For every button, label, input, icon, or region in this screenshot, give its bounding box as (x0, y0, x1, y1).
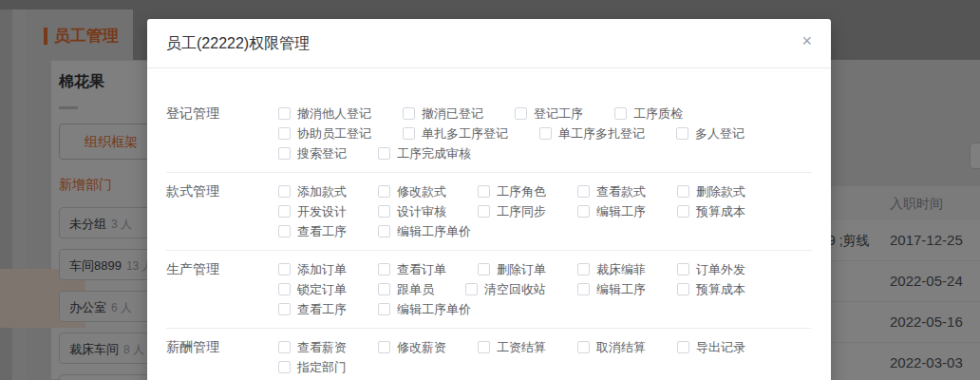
checkbox-icon[interactable] (614, 107, 627, 120)
permission-item[interactable]: 协助员工登记 (278, 125, 371, 142)
checkbox-icon[interactable] (278, 283, 291, 295)
permission-item[interactable]: 编辑工序 (577, 203, 646, 220)
permission-item[interactable]: 工序完成审核 (378, 145, 471, 162)
checkbox-icon[interactable] (577, 185, 590, 198)
checkbox-icon[interactable] (278, 107, 291, 120)
checkbox-icon[interactable] (577, 263, 590, 276)
permission-item[interactable]: 编辑工序单价 (378, 301, 471, 318)
permission-item[interactable]: 订单外发 (677, 261, 745, 278)
permission-item[interactable]: 裁床编菲 (577, 261, 646, 278)
checkbox-icon[interactable] (278, 341, 291, 353)
checkbox-icon[interactable] (478, 263, 490, 276)
checkbox-icon[interactable] (403, 127, 415, 140)
permission-row: 查看薪资修改薪资工资结算取消结算导出记录 (278, 337, 812, 357)
checkbox-icon[interactable] (378, 147, 390, 160)
permission-item[interactable]: 开发设计 (278, 203, 347, 220)
checkbox-icon[interactable] (515, 107, 527, 120)
checkbox-icon[interactable] (278, 263, 291, 276)
checkbox-icon[interactable] (677, 263, 689, 276)
checkbox-icon[interactable] (378, 205, 390, 218)
permission-item[interactable]: 添加款式 (278, 183, 347, 200)
permission-item[interactable]: 工序同步 (478, 203, 546, 220)
permission-item[interactable]: 跟单员 (378, 281, 434, 298)
permission-item[interactable]: 导出记录 (677, 339, 745, 356)
checkbox-icon[interactable] (403, 107, 415, 120)
permission-item[interactable]: 查看工序 (278, 223, 347, 240)
permission-item-label: 订单外发 (696, 261, 745, 278)
checkbox-icon[interactable] (278, 205, 291, 218)
permission-item[interactable]: 预算成本 (677, 203, 745, 220)
permission-item[interactable]: 工序角色 (478, 183, 546, 200)
checkbox-icon[interactable] (677, 341, 689, 353)
checkbox-icon[interactable] (378, 283, 390, 295)
permission-item[interactable]: 搜索登记 (278, 145, 347, 162)
checkbox-icon[interactable] (577, 283, 590, 295)
permission-item[interactable]: 工序质检 (614, 105, 683, 123)
permission-item[interactable]: 编辑工序 (577, 281, 646, 298)
permission-section-label: 薪酬管理 (166, 337, 278, 377)
checkbox-icon[interactable] (278, 185, 291, 198)
permission-item-label: 登记工序 (534, 105, 583, 123)
permission-item-label: 预算成本 (696, 203, 745, 220)
permission-section-label: 登记管理 (166, 104, 278, 163)
permission-item[interactable]: 多人登记 (676, 125, 744, 142)
checkbox-icon[interactable] (378, 263, 390, 276)
checkbox-icon[interactable] (278, 127, 291, 140)
permission-item[interactable]: 删除款式 (677, 183, 745, 200)
permission-item[interactable]: 单扎多工序登记 (403, 125, 508, 142)
checkbox-icon[interactable] (676, 127, 688, 140)
permission-item[interactable]: 预算成本 (677, 281, 745, 298)
permission-item[interactable]: 查看订单 (378, 261, 446, 278)
checkbox-icon[interactable] (278, 361, 291, 373)
permission-item[interactable]: 登记工序 (515, 105, 583, 123)
close-icon[interactable]: × (801, 32, 812, 49)
permission-item[interactable]: 查看款式 (577, 183, 646, 200)
permission-item-label: 裁床编菲 (596, 261, 646, 278)
checkbox-icon[interactable] (539, 127, 552, 140)
checkbox-icon[interactable] (478, 341, 490, 353)
permission-item-label: 编辑工序 (596, 281, 646, 298)
checkbox-icon[interactable] (465, 283, 478, 295)
checkbox-icon[interactable] (677, 283, 689, 295)
checkbox-icon[interactable] (478, 205, 490, 218)
permission-item[interactable]: 删除订单 (478, 261, 546, 278)
checkbox-icon[interactable] (278, 225, 291, 238)
checkbox-icon[interactable] (677, 205, 689, 218)
permission-item-label: 编辑工序单价 (397, 223, 471, 240)
checkbox-icon[interactable] (378, 303, 390, 315)
permission-section: 薪酬管理查看薪资修改薪资工资结算取消结算导出记录指定部门 (166, 329, 812, 380)
permission-item-label: 编辑工序 (596, 203, 646, 220)
checkbox-icon[interactable] (378, 185, 390, 198)
permission-item[interactable]: 添加订单 (278, 261, 347, 278)
permission-item[interactable]: 撤消他人登记 (278, 105, 371, 123)
permission-item-label: 开发设计 (297, 203, 347, 220)
checkbox-icon[interactable] (577, 341, 590, 353)
checkbox-icon[interactable] (278, 147, 291, 160)
permission-item[interactable]: 修改薪资 (378, 339, 446, 356)
checkbox-icon[interactable] (278, 303, 291, 315)
checkbox-icon[interactable] (478, 185, 490, 198)
permission-item[interactable]: 查看薪资 (278, 339, 347, 356)
permission-item[interactable]: 设计审核 (378, 203, 446, 220)
modal-header: 员工(22222)权限管理 × (147, 19, 831, 68)
permission-item[interactable]: 单工序多扎登记 (539, 125, 645, 142)
permission-item-label: 协助员工登记 (297, 125, 371, 142)
permission-item[interactable]: 工资结算 (478, 339, 546, 356)
permission-item[interactable]: 查看工序 (278, 301, 347, 318)
permission-item[interactable]: 撤消已登记 (403, 105, 483, 123)
checkbox-icon[interactable] (677, 185, 689, 198)
checkbox-icon[interactable] (378, 225, 390, 238)
checkbox-icon[interactable] (577, 205, 590, 218)
permission-rows: 查看薪资修改薪资工资结算取消结算导出记录指定部门 (278, 337, 812, 377)
permission-item[interactable]: 指定部门 (278, 359, 347, 376)
permission-item[interactable]: 编辑工序单价 (378, 223, 471, 240)
permission-item[interactable]: 取消结算 (577, 339, 646, 356)
permission-item-label: 工序质检 (633, 105, 683, 123)
permission-item[interactable]: 清空回收站 (465, 281, 546, 298)
permission-item[interactable]: 修改款式 (378, 183, 446, 200)
permission-row: 添加款式修改款式工序角色查看款式删除款式 (278, 181, 812, 201)
checkbox-icon[interactable] (378, 341, 390, 353)
permission-item-label: 多人登记 (695, 125, 744, 142)
permission-item[interactable]: 锁定订单 (278, 281, 347, 298)
permission-modal: 员工(22222)权限管理 × 登记管理撤消他人登记撤消已登记登记工序工序质检协… (147, 19, 831, 380)
